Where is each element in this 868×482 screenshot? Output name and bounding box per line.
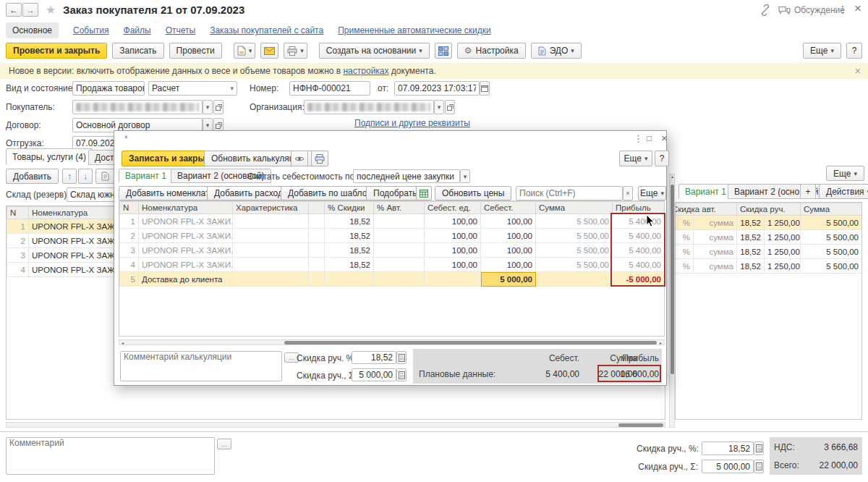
tab-site-orders[interactable]: Заказы покупателей с сайта: [210, 25, 323, 35]
costing-method-select[interactable]: последней цене закупки: [353, 169, 460, 183]
refresh-prices-button[interactable]: Обновить цены: [435, 186, 511, 200]
kind-select[interactable]: Продажа товаров▾: [72, 81, 145, 96]
send-email-button[interactable]: [260, 43, 278, 59]
tab-auto-discounts[interactable]: Примененные автоматические скидки: [338, 25, 491, 35]
calculator-icon[interactable]: [754, 441, 764, 455]
forward-button[interactable]: →: [22, 3, 38, 17]
save-button[interactable]: Записать: [112, 43, 163, 59]
calculator-icon[interactable]: [396, 351, 407, 364]
buyer-dropdown-icon[interactable]: ▾: [203, 100, 213, 114]
move-up-button[interactable]: ↑: [62, 169, 77, 184]
favorite-star-icon[interactable]: ★: [46, 3, 56, 17]
datetime-field[interactable]: [394, 81, 480, 96]
dialog-tab-variant-1[interactable]: Вариант 1: [119, 169, 173, 183]
edo-button[interactable]: ЭДО▾: [531, 43, 582, 59]
dialog-search-field[interactable]: [516, 186, 623, 200]
dialog-horizontal-scrollbar[interactable]: ◄ ►: [119, 339, 665, 345]
reports-structure-button[interactable]: [435, 43, 452, 59]
calc-discount-pct-field[interactable]: [352, 351, 396, 364]
manual-discount-sum-label: Скидка руч., Σ:: [637, 462, 698, 472]
tab-events[interactable]: События: [73, 25, 109, 35]
tab-main[interactable]: Основное: [6, 22, 59, 38]
dialog-close-icon[interactable]: ×: [661, 132, 668, 144]
org-field[interactable]: [304, 100, 434, 114]
tab-files[interactable]: Файлы: [124, 25, 151, 35]
org-dropdown-icon[interactable]: ▾: [434, 100, 444, 114]
tab-reports[interactable]: Отчеты: [166, 25, 195, 35]
dialog-print-button[interactable]: [311, 151, 328, 166]
add-expense-button[interactable]: Добавить расход: [207, 186, 290, 200]
org-open-link-icon[interactable]: [445, 100, 455, 114]
actions-button[interactable]: Действия▾: [819, 184, 868, 199]
table-row[interactable]: 4UPONOR FPL-X ЗАЖИ... 18,52 100,00100,00…: [120, 258, 665, 272]
scroll-up-icon[interactable]: ▲: [671, 174, 674, 179]
tab-variant-1[interactable]: Вариант 1: [678, 184, 733, 199]
number-field[interactable]: [289, 81, 370, 96]
window-close-icon[interactable]: ×: [854, 1, 861, 16]
totals-panel: НДС: 3 666,68 Всего: 22 000,00: [770, 437, 862, 475]
main-horizontal-scrollbar[interactable]: [6, 422, 665, 428]
chevron-down-icon: ▾: [300, 47, 304, 54]
calculator-icon[interactable]: [396, 368, 407, 381]
org-label: Организация:: [250, 102, 305, 112]
calc-discount-sum-field[interactable]: [352, 368, 396, 381]
highlighted-cost-cell[interactable]: 5 000,00: [481, 272, 536, 287]
dialog-grid-more-button[interactable]: Еще▾: [638, 186, 666, 200]
calculator-icon[interactable]: [754, 460, 764, 473]
comment-expand-button[interactable]: ...: [217, 439, 231, 449]
main-toolbar: Провести и закрыть Записать Провести ▾ ▾…: [6, 42, 862, 59]
calc-comment-field[interactable]: [120, 351, 282, 381]
attach-file-button[interactable]: ▾: [234, 43, 256, 59]
scroll-left-icon[interactable]: ◄: [121, 341, 124, 345]
manual-discount-sum-field[interactable]: [702, 460, 754, 473]
dialog-more-button[interactable]: Еще▾: [619, 151, 652, 166]
buyer-field[interactable]: [72, 100, 203, 114]
search-clear-icon[interactable]: ×: [623, 186, 633, 200]
table-row[interactable]: 3UPONOR FPL-X ЗАЖИ... 18,52 100,00100,00…: [120, 243, 665, 258]
help-button[interactable]: ?: [846, 43, 862, 59]
table-row[interactable]: %сумма 18,521 250,00 5 500,00: [675, 230, 862, 245]
comment-field[interactable]: [6, 437, 215, 475]
calendar-icon[interactable]: [480, 81, 490, 96]
dialog-help-button[interactable]: ?: [655, 151, 669, 166]
manual-discount-pct-field[interactable]: [702, 441, 754, 455]
table-row[interactable]: %сумма 18,521 250,00 5 500,00: [675, 259, 862, 274]
toolbar-more-button[interactable]: Еще▾: [803, 43, 841, 59]
link-icon[interactable]: [760, 4, 771, 16]
table-row[interactable]: 2UPONOR FPL-X ЗАЖИ... 18,52 100,00100,00…: [120, 229, 665, 243]
move-down-button[interactable]: ↓: [78, 169, 93, 184]
print-button[interactable]: ▾: [284, 43, 307, 59]
table-row[interactable]: %сумма 18,521 250,00 5 500,00: [675, 216, 862, 230]
table-row[interactable]: %сумма 18,521 250,00 5 500,00: [675, 245, 862, 259]
preview-button[interactable]: [291, 151, 308, 166]
post-and-close-button[interactable]: Провести и закрыть: [6, 43, 107, 59]
back-button[interactable]: ←: [6, 3, 22, 17]
state-select[interactable]: Расчет▾: [148, 81, 237, 96]
document-icon: [237, 46, 246, 56]
add-variant-button[interactable]: +: [800, 184, 816, 199]
table-row-selected[interactable]: 5Доставка до клиента 5 000,00 -5 000,00: [120, 272, 665, 287]
signatures-link[interactable]: Подписи и другие реквизиты: [354, 118, 470, 128]
main-vertical-scrollbar[interactable]: ▲: [669, 174, 675, 428]
post-button[interactable]: Провести: [169, 43, 222, 59]
notice-close-icon[interactable]: ×: [855, 65, 861, 77]
add-row-button[interactable]: Добавить: [6, 169, 59, 184]
table-view-button[interactable]: [416, 186, 432, 200]
dialog-maximize-icon[interactable]: □: [647, 133, 652, 143]
buyer-open-link-icon[interactable]: [213, 100, 224, 114]
search-input[interactable]: [519, 188, 619, 198]
scroll-right-icon[interactable]: ►: [659, 341, 663, 345]
notice-settings-link[interactable]: настройках: [343, 66, 388, 76]
create-based-on-button[interactable]: Создать на основании▾: [319, 43, 430, 59]
tab-goods-services[interactable]: Товары, услуги (4): [6, 148, 93, 165]
clipboard-button[interactable]: [95, 169, 114, 184]
dialog-menu-icon[interactable]: ⋮: [634, 133, 643, 144]
variants-more-button[interactable]: Еще▾: [826, 166, 864, 181]
window-menu-icon[interactable]: ⋮: [838, 4, 848, 15]
discussion-icon[interactable]: [778, 5, 791, 15]
settings-button[interactable]: ⚙Настройка: [457, 43, 526, 59]
calc-comment-input[interactable]: [124, 352, 278, 378]
table-row[interactable]: 1UPONOR FPL-X ЗАЖИ... 18,52 100,00100,00…: [120, 214, 665, 229]
costing-dropdown-icon[interactable]: ▾: [460, 169, 470, 183]
comment-input[interactable]: [9, 438, 211, 471]
